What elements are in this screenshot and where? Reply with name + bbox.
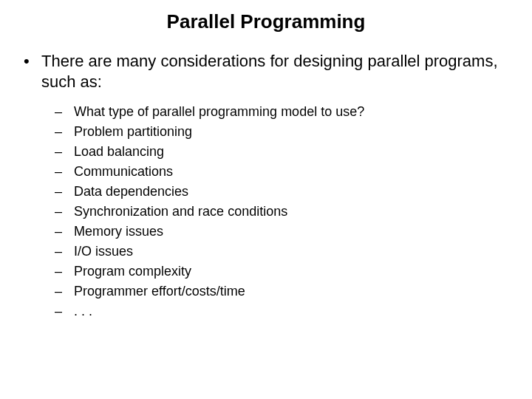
list-item-text: I/O issues <box>74 242 517 260</box>
dash-icon: – <box>55 202 74 220</box>
list-item: – Problem partitioning <box>55 123 517 140</box>
list-item-text: Problem partitioning <box>74 123 517 140</box>
main-bullet: • There are many considerations for desi… <box>24 51 517 92</box>
list-item: – Programmer effort/costs/time <box>55 282 517 300</box>
slide-title: Parallel Programming <box>15 10 517 33</box>
list-item-text: . . . <box>74 302 517 320</box>
dash-icon: – <box>55 222 74 240</box>
list-item-text: Programmer effort/costs/time <box>74 282 517 300</box>
dash-icon: – <box>55 183 74 200</box>
list-item-text: Synchronization and race conditions <box>74 202 517 220</box>
list-item: – . . . <box>55 302 517 320</box>
bullet-disc-icon: • <box>24 51 41 72</box>
dash-icon: – <box>55 302 74 320</box>
list-item: – Memory issues <box>55 222 517 240</box>
list-item-text: Program complexity <box>74 262 517 280</box>
dash-icon: – <box>55 282 74 300</box>
list-item: – Communications <box>55 163 517 180</box>
list-item-text: What type of parallel programming model … <box>74 103 517 120</box>
main-bullet-text: There are many considerations for design… <box>41 51 517 92</box>
list-item: – What type of parallel programming mode… <box>55 103 517 120</box>
list-item: – Program complexity <box>55 262 517 280</box>
dash-icon: – <box>55 143 74 160</box>
dash-icon: – <box>55 103 74 120</box>
dash-icon: – <box>55 242 74 260</box>
list-item: – Synchronization and race conditions <box>55 202 517 220</box>
dash-icon: – <box>55 123 74 140</box>
list-item-text: Memory issues <box>74 222 517 240</box>
dash-icon: – <box>55 262 74 280</box>
list-item: – I/O issues <box>55 242 517 260</box>
dash-icon: – <box>55 163 74 180</box>
list-item: – Load balancing <box>55 143 517 160</box>
list-item-text: Load balancing <box>74 143 517 160</box>
sub-list: – What type of parallel programming mode… <box>55 103 517 320</box>
list-item-text: Communications <box>74 163 517 180</box>
list-item: – Data dependencies <box>55 183 517 200</box>
slide: Parallel Programming • There are many co… <box>0 0 532 399</box>
list-item-text: Data dependencies <box>74 183 517 200</box>
